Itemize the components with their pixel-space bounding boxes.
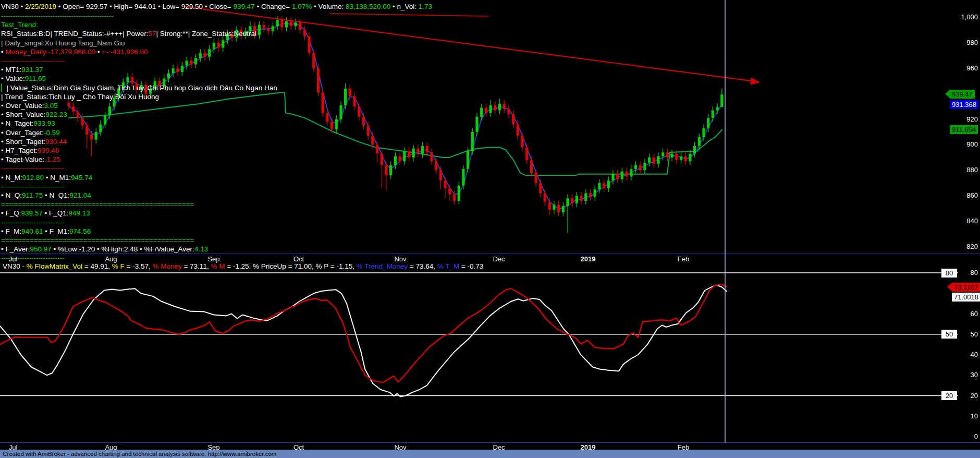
pane2-title-segment: % F bbox=[112, 262, 125, 270]
title-segment: • Change= bbox=[255, 3, 292, 10]
panel-line-segment: • F_Aver: bbox=[1, 245, 30, 253]
pane2-title-segment: = 49.91, bbox=[82, 262, 112, 270]
price-tag: 931.368 bbox=[950, 100, 978, 109]
date-label: Nov bbox=[394, 255, 406, 263]
panel-line-segment: -1.25 bbox=[44, 155, 60, 163]
title-segment: 1.07% bbox=[292, 3, 312, 10]
panel-line: • Over_Taget:-0.59 bbox=[1, 128, 60, 137]
panel-line-segment: • Short_Value: bbox=[1, 111, 46, 118]
title-segment: • Open= 929.57 • High= 944.01 • Low= 929… bbox=[56, 3, 233, 10]
panel-line-segment: • F_Q: bbox=[1, 209, 21, 217]
panel-line: --------------------------- bbox=[1, 164, 64, 173]
panel-line-segment: • F_Q1: bbox=[43, 209, 69, 217]
panel-line-segment: 911.65 bbox=[25, 75, 46, 82]
title-segment: 2/25/2019 bbox=[25, 3, 56, 10]
panel-line: ▏| Value_Status:Đinh Gia Suy Giam, Tich … bbox=[1, 83, 277, 92]
panel-line-segment: • Over_Taget: bbox=[1, 129, 44, 137]
panel-line-segment: • F_M1: bbox=[43, 227, 70, 235]
date-label: Feb bbox=[678, 255, 689, 263]
panel-line-segment: 933.93 bbox=[34, 119, 55, 127]
date-label: Jul bbox=[9, 255, 18, 263]
panel-line-segment: 57 bbox=[149, 30, 156, 38]
panel-line: --------------------------- bbox=[1, 218, 64, 227]
pane2-title-segment: = -1.25, bbox=[225, 262, 253, 270]
title-segment: 83,138,520.00 bbox=[346, 3, 390, 10]
title-segment: • Volume: bbox=[312, 3, 346, 10]
panel-line-segment: 950.97 bbox=[30, 245, 52, 253]
panel-line-segment: --------------------------- bbox=[1, 183, 64, 190]
pane2-title-segment: VN30 - bbox=[3, 262, 27, 270]
panel-line: • Money_Daily:-17,379,968.00 • +-:-431,9… bbox=[1, 47, 148, 56]
oscillator-tick-label: 60 bbox=[947, 310, 978, 318]
panel-line: Test_Trend: bbox=[1, 20, 38, 29]
title-segment: 1.73 bbox=[419, 3, 432, 10]
panel-line: • N_Q:911.75 • N_Q1:921.04 bbox=[1, 191, 91, 200]
panel-line-segment: 930.44 bbox=[45, 138, 67, 146]
panel-line-segment: 939.57 bbox=[21, 209, 42, 217]
panel-line: • Over_Value:3.05 bbox=[1, 101, 58, 110]
panel-line-segment: | Strong:**| Zone_Status:Neutral bbox=[156, 30, 256, 38]
title-segment: 939.47 bbox=[233, 3, 254, 10]
oscillator-tick-label: 0 bbox=[947, 432, 978, 440]
oscillator-value-tag: 73.1107 bbox=[952, 283, 980, 292]
panel-line-segment: 931.37 bbox=[21, 66, 43, 74]
panel-line-segment: • %Low:-1.20 • %High:2.48 • %F/Value_Ave… bbox=[52, 245, 194, 253]
panel-line-segment: ----------------------------------------… bbox=[1, 12, 114, 20]
panel-line: | Daily_singal:Xu Huong Tang_Nam Giu bbox=[1, 39, 125, 47]
date-label: Sep bbox=[207, 255, 219, 263]
panel-line-segment: • H7_Taget: bbox=[1, 147, 38, 154]
panel-line: --------------------------- bbox=[1, 56, 64, 65]
pane2-title-segment: % PriceUp = 71.00, % P = -1.15, bbox=[253, 262, 357, 270]
price-chart-canvas[interactable] bbox=[0, 0, 980, 458]
pane2-title-segment: % T_M bbox=[437, 262, 460, 270]
panel-line-segment: ▏ bbox=[1, 84, 6, 92]
pane2-title-segment: = 73.64, bbox=[408, 262, 437, 270]
panel-line-segment: --------------------------- bbox=[1, 219, 64, 226]
price-tick-label: 1,000 bbox=[947, 13, 978, 21]
panel-line-segment: 974.56 bbox=[69, 227, 91, 235]
price-tag: 939.47 bbox=[950, 90, 975, 99]
date-label: Oct bbox=[293, 255, 304, 263]
panel-line-segment: --------------------------- bbox=[1, 57, 64, 65]
price-tick-label: 860 bbox=[947, 191, 978, 199]
pane2-title-segment: = 73.11, bbox=[182, 262, 211, 270]
chart-title-bar: VN30 • 2/25/2019 • Open= 929.57 • High= … bbox=[1, 2, 432, 11]
pane2-title-segment: = -3.57, bbox=[125, 262, 153, 270]
panel-line-segment: RSI_Status:B:D| TREND_Status:-#+++| Powe… bbox=[1, 30, 149, 38]
panel-line-segment: • Short_Taget: bbox=[1, 138, 45, 146]
amibroker-window: VN30 • 2/25/2019 • Open= 929.57 • High= … bbox=[0, 0, 980, 458]
panel-line-segment: | Trend_Status:Tich Luy _ Cho Thay Đôi X… bbox=[1, 93, 159, 101]
price-tick-label: 820 bbox=[947, 243, 978, 250]
panel-line-segment: • bbox=[95, 48, 102, 56]
date-label: Aug bbox=[105, 255, 117, 263]
panel-line-segment: ========================================… bbox=[1, 200, 194, 208]
panel-line: • MT1:931.37 bbox=[1, 65, 43, 74]
oscillator-tick-label: 10 bbox=[947, 412, 978, 420]
date-label: Dec bbox=[493, 255, 505, 263]
oscillator-tick-label: 30 bbox=[947, 371, 978, 379]
panel-line-segment: | Daily_singal:Xu Huong Tang_Nam Giu bbox=[1, 39, 125, 47]
title-segment: VN30 • bbox=[1, 3, 25, 10]
panel-line-segment: +-:-431,936.00 bbox=[102, 48, 148, 56]
panel-line-segment: 939.46 bbox=[38, 147, 59, 154]
panel-line-segment: -0.59 bbox=[44, 129, 60, 137]
panel-line-segment: • N_M: bbox=[1, 174, 22, 182]
oscillator-pane-title: VN30 - % FlowMatrix_Vol = 49.91, % F = -… bbox=[3, 262, 483, 271]
panel-line: ========================================… bbox=[1, 200, 194, 209]
panel-line-segment: --------------------------- bbox=[1, 164, 64, 172]
price-tick-label: 960 bbox=[947, 64, 978, 72]
panel-line: | Trend_Status:Tich Luy _ Cho Thay Đôi X… bbox=[1, 92, 159, 101]
panel-line: • Value:911.65 bbox=[1, 74, 46, 83]
oscillator-value-tag: 71.0018 bbox=[952, 293, 980, 302]
pane2-title-segment: % M bbox=[211, 262, 225, 270]
panel-line-segment: ========================================… bbox=[1, 236, 194, 244]
panel-line: ----------------------------------------… bbox=[1, 11, 114, 20]
panel-line: • F_M:940.61 • F_M1:974.56 bbox=[1, 227, 91, 236]
panel-line-segment: 912.80 bbox=[22, 174, 44, 182]
panel-line: • Short_Value:922.23 bbox=[1, 110, 67, 119]
panel-line-segment: • Taget-Value: bbox=[1, 155, 44, 163]
panel-line-segment: • N_Q1: bbox=[43, 191, 69, 199]
price-tick-label: 900 bbox=[947, 140, 978, 148]
panel-line: --------------------------- bbox=[1, 182, 64, 191]
panel-line-segment: 940.61 bbox=[21, 227, 43, 235]
